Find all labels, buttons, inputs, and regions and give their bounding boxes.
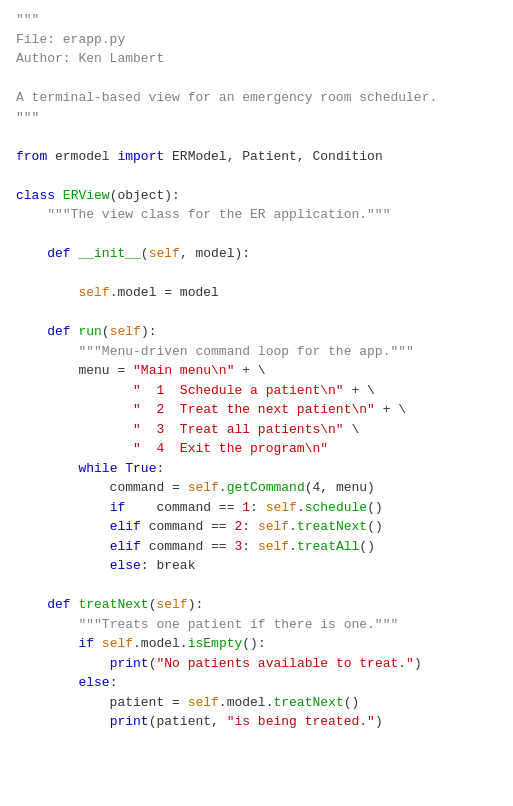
code-token: self: [156, 597, 187, 612]
code-line: [16, 303, 497, 323]
code-token: if: [110, 500, 126, 515]
code-line: [16, 127, 497, 147]
code-line: elif command == 2: self.treatNext(): [16, 517, 497, 537]
code-token: """: [16, 12, 39, 27]
code-line: else:: [16, 673, 497, 693]
code-token: :: [250, 500, 266, 515]
code-token: [16, 656, 110, 671]
code-line: while True:: [16, 459, 497, 479]
code-token: elif: [110, 519, 141, 534]
code-line: """: [16, 10, 497, 30]
code-token: (: [102, 324, 110, 339]
code-token: A terminal-based view for an emergency r…: [16, 90, 437, 105]
code-token: [16, 324, 47, 339]
code-token: if: [78, 636, 94, 651]
code-token: ERView: [63, 188, 110, 203]
code-token: ):: [141, 324, 157, 339]
code-token: [16, 402, 133, 417]
code-token: .: [219, 480, 227, 495]
code-token: ERModel, Patient, Condition: [164, 149, 382, 164]
code-token: self: [110, 324, 141, 339]
code-token: else: [110, 558, 141, 573]
code-token: .: [297, 500, 305, 515]
code-token: self: [258, 519, 289, 534]
code-token: (): [359, 539, 375, 554]
code-line: """Menu-driven command loop for the app.…: [16, 342, 497, 362]
code-line: " 3 Treat all patients\n" \: [16, 420, 497, 440]
code-token: .model = model: [110, 285, 219, 300]
code-token: [16, 207, 47, 222]
code-line: else: break: [16, 556, 497, 576]
code-editor: """File: erapp.pyAuthor: Ken Lambert A t…: [16, 10, 497, 732]
code-line: A terminal-based view for an emergency r…: [16, 88, 497, 108]
code-line: """Treats one patient if there is one.""…: [16, 615, 497, 635]
code-line: class ERView(object):: [16, 186, 497, 206]
code-token: __init__: [78, 246, 140, 261]
code-line: " 2 Treat the next patient\n" + \: [16, 400, 497, 420]
code-token: from: [16, 149, 47, 164]
code-token: [16, 539, 110, 554]
code-token: [16, 519, 110, 534]
code-token: (): [344, 695, 360, 710]
code-token: " 4 Exit the program\n": [133, 441, 328, 456]
code-token: while: [78, 461, 117, 476]
code-line: def __init__(self, model):: [16, 244, 497, 264]
code-token: ): [414, 656, 422, 671]
code-token: (object):: [110, 188, 180, 203]
code-token: self: [78, 285, 109, 300]
code-token: [94, 636, 102, 651]
code-token: [16, 558, 110, 573]
code-token: : break: [141, 558, 196, 573]
code-line: command = self.getCommand(4, menu): [16, 478, 497, 498]
code-line: """The view class for the ER application…: [16, 205, 497, 225]
code-token: ():: [242, 636, 265, 651]
code-token: [16, 461, 78, 476]
code-token: schedule: [305, 500, 367, 515]
code-line: self.model = model: [16, 283, 497, 303]
code-token: [16, 675, 78, 690]
code-token: [16, 617, 78, 632]
code-token: \: [344, 422, 360, 437]
code-line: def treatNext(self):: [16, 595, 497, 615]
code-token: (): [367, 519, 383, 534]
code-token: self: [102, 636, 133, 651]
code-token: , model):: [180, 246, 250, 261]
code-token: command ==: [141, 539, 235, 554]
code-token: treatAll: [297, 539, 359, 554]
code-line: menu = "Main menu\n" + \: [16, 361, 497, 381]
code-token: " 1 Schedule a patient\n": [133, 383, 344, 398]
code-line: " 1 Schedule a patient\n" + \: [16, 381, 497, 401]
code-token: def: [47, 246, 70, 261]
code-token: """The view class for the ER application…: [47, 207, 390, 222]
code-token: + \: [344, 383, 375, 398]
code-token: :: [110, 675, 118, 690]
code-line: " 4 Exit the program\n": [16, 439, 497, 459]
code-token: class: [16, 188, 55, 203]
code-token: command ==: [141, 519, 235, 534]
code-token: "No patients available to treat.": [156, 656, 413, 671]
code-token: [16, 246, 47, 261]
code-token: isEmpty: [188, 636, 243, 651]
code-line: File: erapp.py: [16, 30, 497, 50]
code-token: treatNext: [273, 695, 343, 710]
code-token: " 2 Treat the next patient\n": [133, 402, 375, 417]
code-token: command =: [16, 480, 188, 495]
code-token: [16, 285, 78, 300]
code-token: self: [188, 480, 219, 495]
code-token: patient =: [16, 695, 188, 710]
code-token: ):: [188, 597, 204, 612]
code-token: "is being treated.": [227, 714, 375, 729]
code-token: (): [367, 500, 383, 515]
code-line: [16, 69, 497, 89]
code-line: if command == 1: self.schedule(): [16, 498, 497, 518]
code-token: ermodel: [47, 149, 117, 164]
code-token: self: [149, 246, 180, 261]
code-token: """Menu-driven command loop for the app.…: [78, 344, 413, 359]
code-line: print(patient, "is being treated."): [16, 712, 497, 732]
code-line: from ermodel import ERModel, Patient, Co…: [16, 147, 497, 167]
code-token: File: erapp.py: [16, 32, 125, 47]
code-token: treatNext: [78, 597, 148, 612]
code-token: [16, 383, 133, 398]
code-token: .model.: [219, 695, 274, 710]
code-token: :: [242, 539, 258, 554]
